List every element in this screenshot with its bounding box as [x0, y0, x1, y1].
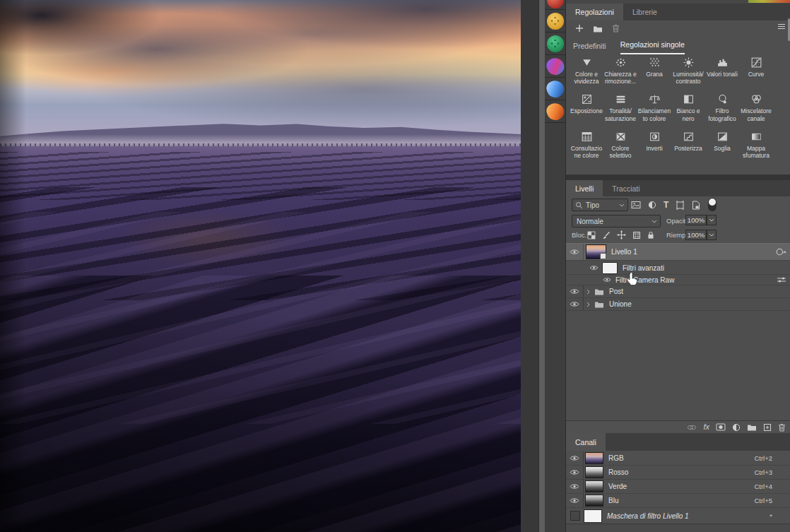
lock-row: Bloc.: Riemp.: 100% [566, 228, 790, 243]
lock-pixels-button[interactable] [602, 231, 611, 240]
opacity-dropdown-button[interactable] [707, 215, 717, 225]
filter-mask-thumbnail[interactable] [602, 262, 618, 274]
adjustment-curve[interactable]: Curve [739, 57, 773, 85]
tab-regolazioni[interactable]: Regolazioni [566, 4, 623, 20]
adjustment-valori-tonali[interactable]: Valori tonali [705, 57, 739, 85]
layers-list: Livello 1 Filtri avanzati Filtro Camera … [566, 242, 790, 420]
adjustment-luminosita-contrasto[interactable]: Luminosità/ contrasto [671, 57, 705, 85]
adjustment-grana[interactable]: Grana [637, 57, 671, 85]
channel-row-rgb[interactable]: RGB Ctrl+2 [566, 451, 790, 466]
adjustment-label: Posterizza [674, 145, 702, 152]
camera-raw-filter-row[interactable]: Filtro Camera Raw [566, 275, 790, 285]
lock-transparency-button[interactable] [587, 231, 596, 240]
layer-thumbnail[interactable] [586, 244, 606, 259]
adjustment-esposizione[interactable]: Esposizione [570, 93, 603, 122]
group-expand-chevron-icon[interactable] [586, 302, 590, 307]
link-layers-button[interactable] [687, 425, 697, 430]
adjustment-colore-selettivo[interactable]: Colore selettivo [603, 131, 637, 159]
tab-tracciati[interactable]: Tracciati [603, 180, 649, 196]
filter-shape-layers-button[interactable] [676, 201, 685, 210]
adjustment-chiarezza[interactable]: Chiarezza e rimozione... [603, 57, 637, 85]
visibility-eye-icon[interactable] [566, 298, 584, 310]
panel-divider[interactable] [566, 175, 790, 180]
opacity-input[interactable]: 100% [685, 215, 707, 225]
adjustment-tonalita-saturazione[interactable]: Tonalità/ saturazione [603, 93, 637, 122]
tab-librerie[interactable]: Librerie [623, 4, 666, 20]
channel-row-verde[interactable]: Verde Ctrl+4 [566, 480, 790, 494]
channel-thumbnail [585, 495, 603, 507]
histogram-strip [748, 0, 790, 3]
visibility-eye-icon[interactable] [601, 277, 613, 283]
adjustment-soglia[interactable]: Soglia [705, 131, 739, 159]
group-name[interactable]: Post [609, 288, 623, 295]
adjustment-consultazione-colore[interactable]: Consultazione colore [570, 131, 603, 159]
delete-layer-button[interactable] [778, 423, 786, 432]
smart-filters-row[interactable]: Filtri avanzati [566, 261, 790, 275]
adjustment-posterizza[interactable]: Posterizza [671, 131, 705, 159]
tab-livelli[interactable]: Livelli [566, 180, 603, 196]
adjustment-bianco-e-nero[interactable]: Bianco e nero [671, 93, 705, 122]
new-layer-button[interactable] [763, 423, 772, 432]
fill-input[interactable]: 100% [685, 230, 707, 240]
new-adjustment-layer-button[interactable] [732, 423, 741, 432]
visibility-eye-icon[interactable] [566, 244, 584, 260]
lock-artboard-button[interactable] [632, 231, 641, 240]
dock-item-orange[interactable] [545, 100, 565, 123]
layer-filtering-toggle[interactable] [708, 198, 717, 211]
layer-group-post[interactable]: Post [566, 285, 790, 298]
subtab-regolazioni-singole[interactable]: Regolazioni singole [620, 40, 685, 54]
dock-item-green[interactable] [545, 32, 565, 55]
layer-group-unione[interactable]: Unione [566, 298, 790, 311]
filter-pixel-layers-button[interactable] [631, 201, 641, 209]
tab-canali[interactable]: Canali [566, 433, 606, 451]
visibility-eye-icon[interactable] [587, 265, 600, 271]
adjustments-toolbar [566, 20, 790, 36]
group-expand-chevron-icon[interactable] [586, 289, 590, 295]
dock-item-purple[interactable] [545, 55, 565, 78]
lock-all-button[interactable] [647, 231, 654, 240]
visibility-eye-icon[interactable] [566, 285, 584, 297]
channel-shortcut: Ctrl+5 [754, 497, 772, 504]
dock-item-red[interactable] [545, 0, 565, 10]
new-group-button[interactable] [593, 25, 603, 32]
add-layer-mask-button[interactable] [716, 423, 726, 431]
smart-filter-collapse-icon[interactable] [775, 248, 786, 256]
visibility-eye-icon[interactable] [566, 466, 584, 479]
dock-item-blue[interactable] [545, 78, 565, 100]
panel-menu-icon[interactable] [777, 23, 786, 30]
layer-filter-type-dropdown[interactable]: Tipo [572, 199, 628, 211]
visibility-eye-icon[interactable] [566, 480, 584, 493]
visibility-eye-icon[interactable] [566, 494, 584, 507]
filter-adjustment-layers-button[interactable] [648, 201, 656, 209]
channel-shortcut: * [770, 512, 772, 520]
channel-row-blu[interactable]: Blu Ctrl+5 [566, 494, 790, 508]
channel-row-rosso[interactable]: Rosso Ctrl+3 [566, 466, 790, 480]
filter-type-layers-button[interactable]: T [664, 200, 668, 210]
layer-row-livello-1[interactable]: Livello 1 [566, 243, 790, 261]
channel-row-filter-mask[interactable]: Maschera di filtro Livello 1 * [566, 508, 790, 524]
adjustment-bilanciamento-colore[interactable]: Bilanciamento colore [637, 93, 671, 122]
fill-dropdown-button[interactable] [707, 230, 717, 240]
filter-smart-objects-button[interactable] [692, 201, 700, 210]
adjustment-label: Miscelatore canale [739, 107, 773, 122]
layer-effects-fx-button[interactable]: fx [703, 423, 709, 431]
lock-label: Bloc.: [572, 231, 589, 239]
adjustment-inverti[interactable]: Inverti [637, 131, 671, 159]
add-adjustment-button[interactable] [575, 24, 584, 32]
canvas-image-lavender-field[interactable] [0, 0, 521, 532]
adjustment-mappa-sfumatura[interactable]: Mappa sfumatura [739, 131, 773, 159]
dock-item-yellow[interactable] [545, 10, 565, 32]
visibility-checkbox[interactable] [570, 511, 580, 521]
new-group-button[interactable] [747, 423, 757, 431]
layer-name[interactable]: Livello 1 [611, 248, 637, 256]
adjustment-colore-e-vividezza[interactable]: Colore e vividezza [570, 57, 603, 85]
delete-button[interactable] [612, 24, 620, 32]
visibility-eye-icon[interactable] [566, 451, 584, 465]
adjustment-filtro-fotografico[interactable]: Filtro fotografico [705, 93, 739, 122]
lock-position-button[interactable] [617, 230, 626, 240]
subtab-predefiniti[interactable]: Predefiniti [573, 42, 606, 54]
filter-blending-options-icon[interactable] [777, 276, 786, 283]
group-name[interactable]: Unione [609, 300, 632, 308]
adjustment-miscelatore-canale[interactable]: Miscelatore canale [739, 93, 773, 122]
blend-mode-dropdown[interactable]: Normale [572, 215, 661, 227]
